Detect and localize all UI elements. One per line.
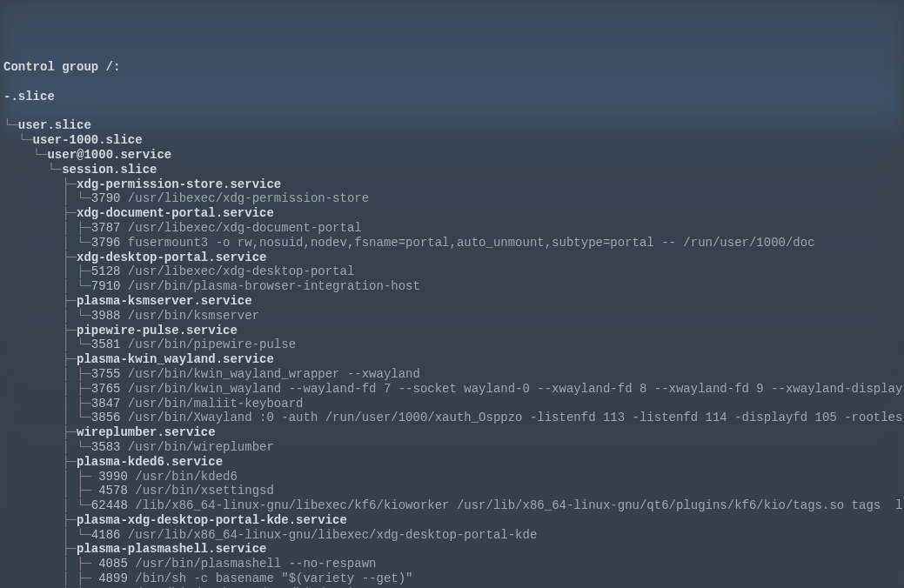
tree-process: │ └─7910 /usr/bin/plasma-browser-integra… — [3, 279, 901, 294]
tree-prefix: │ ├─ — [3, 470, 98, 484]
tree-prefix: │ ├─ — [3, 557, 98, 571]
tree-prefix: │ ├─ — [3, 382, 91, 396]
unit-name: wireplumber.service — [77, 425, 216, 439]
process-pid: 3988 — [91, 309, 121, 323]
unit-name: user-1000.slice — [33, 133, 143, 147]
process-cmd: /usr/bin/wireplumber — [128, 440, 274, 454]
tree-process: │ ├─ 4578 /usr/bin/xsettingsd — [3, 484, 901, 498]
root-slice: -.slice — [3, 90, 901, 104]
process-cmd: /usr/bin/Xwayland :0 -auth /run/user/100… — [128, 411, 903, 424]
tree-node: └─user@1000.service — [3, 148, 901, 163]
tree-node: └─user-1000.slice — [3, 133, 901, 148]
tree-prefix: │ ├─ — [3, 397, 91, 411]
tree-prefix: ├─ — [3, 352, 77, 366]
unit-name: plasma-ksmserver.service — [77, 294, 252, 308]
process-pid: 3755 — [91, 367, 121, 381]
process-cmd: /usr/libexec/xdg-desktop-portal — [128, 264, 354, 278]
tree-process: │ ├─3847 /usr/bin/maliit-keyboard — [3, 397, 901, 411]
tree-prefix: │ └─ — [3, 236, 91, 250]
process-pid: 3765 — [91, 382, 121, 396]
unit-name: session.slice — [62, 163, 157, 177]
tree-prefix: │ └─ — [3, 337, 91, 351]
unit-name: plasma-kwin_wayland.service — [77, 352, 274, 366]
tree-node: ├─plasma-kded6.service — [3, 455, 901, 470]
process-pid: 4085 — [98, 557, 128, 571]
tree-prefix: │ └─ — [3, 498, 91, 512]
tree-process: │ └─3581 /usr/bin/pipewire-pulse — [3, 337, 901, 352]
tree-prefix: │ └─ — [3, 191, 91, 205]
process-cmd: /usr/bin/kwin_wayland_wrapper --xwayland — [128, 367, 420, 381]
tree-node: ├─plasma-ksmserver.service — [3, 294, 901, 309]
tree-node: ├─wireplumber.service — [3, 425, 901, 440]
process-cmd: /lib/x86_64-linux-gnu/libexec/kf6/kiowor… — [135, 498, 902, 512]
tree-prefix: │ └─ — [3, 528, 91, 542]
unit-name: xdg-desktop-portal.service — [77, 251, 266, 264]
tree-node: └─user.slice — [3, 118, 901, 133]
tree-prefix: ├─ — [3, 542, 77, 556]
tree-node: ├─plasma-plasmashell.service — [3, 542, 901, 557]
process-pid: 4186 — [91, 528, 121, 542]
tree-prefix: ├─ — [3, 425, 77, 439]
process-cmd: /usr/bin/xsettingsd — [135, 484, 274, 498]
process-pid: 3847 — [91, 397, 121, 411]
process-pid: 3790 — [91, 191, 121, 205]
tree-process: │ └─3988 /usr/bin/ksmserver — [3, 309, 901, 324]
tree-node: ├─plasma-kwin_wayland.service — [3, 352, 901, 367]
process-pid: 4578 — [98, 484, 128, 498]
tree-process: │ └─3583 /usr/bin/wireplumber — [3, 440, 901, 455]
process-cmd: fusermount3 -o rw,nosuid,nodev,fsname=po… — [128, 236, 815, 250]
tree-prefix: │ ├─ — [3, 571, 98, 585]
process-pid: 3787 — [91, 221, 121, 235]
tree-process: │ ├─3765 /usr/bin/kwin_wayland --wayland… — [3, 382, 901, 397]
process-cmd: /bin/sh -c basename "$(variety --get)" — [135, 571, 412, 585]
tree-node: ├─xdg-desktop-portal.service — [3, 251, 901, 265]
unit-name: plasma-xdg-desktop-portal-kde.service — [77, 513, 347, 527]
tree-process: │ └─62448 /lib/x86_64-linux-gnu/libexec/… — [3, 498, 901, 513]
tree-prefix: │ └─ — [3, 411, 91, 424]
unit-name: user@1000.service — [47, 148, 171, 162]
tree-prefix: └─ — [3, 163, 62, 177]
tree-prefix: │ ├─ — [3, 264, 91, 278]
process-cmd: /usr/bin/kwin_wayland --wayland-fd 7 --s… — [128, 382, 903, 396]
tree-process: │ ├─5128 /usr/libexec/xdg-desktop-portal — [3, 264, 901, 279]
process-pid: 7910 — [91, 279, 121, 293]
process-pid: 3796 — [91, 236, 121, 250]
unit-name: user.slice — [18, 118, 91, 132]
tree-process: │ └─4186 /usr/lib/x86_64-linux-gnu/libex… — [3, 528, 901, 543]
tree-node: ├─xdg-document-portal.service — [3, 206, 901, 221]
tree-prefix: ├─ — [3, 324, 77, 337]
process-pid: 3856 — [91, 411, 121, 424]
unit-name: plasma-plasmashell.service — [77, 542, 266, 556]
process-pid: 3583 — [91, 440, 121, 454]
process-cmd: /usr/libexec/xdg-document-portal — [128, 221, 362, 235]
tree-process: │ ├─3787 /usr/libexec/xdg-document-porta… — [3, 221, 901, 236]
tree-prefix: ├─ — [3, 294, 77, 308]
tree-node: ├─pipewire-pulse.service — [3, 324, 901, 338]
tree-prefix: └─ — [3, 118, 18, 132]
tree-process: │ └─3790 /usr/libexec/xdg-permission-sto… — [3, 191, 901, 206]
tree-prefix: │ └─ — [3, 309, 91, 323]
cgroup-header: Control group /: — [3, 60, 901, 75]
tree-prefix: └─ — [3, 148, 47, 162]
tree-prefix: │ ├─ — [3, 221, 91, 235]
tree-process: │ ├─3755 /usr/bin/kwin_wayland_wrapper -… — [3, 367, 901, 382]
tree-prefix: ├─ — [3, 251, 77, 264]
process-pid: 62448 — [91, 498, 128, 512]
tree-process: │ └─3796 fusermount3 -o rw,nosuid,nodev,… — [3, 236, 901, 251]
tree-process: │ ├─ 4085 /usr/bin/plasmashell --no-resp… — [3, 557, 901, 571]
tree-prefix: │ ├─ — [3, 484, 98, 498]
process-cmd: /usr/bin/plasma-browser-integration-host — [128, 279, 420, 293]
process-cmd: /usr/bin/plasmashell --no-respawn — [135, 557, 376, 571]
tree-node: └─session.slice — [3, 163, 901, 177]
unit-name: xdg-document-portal.service — [77, 206, 274, 220]
process-cmd: /usr/bin/ksmserver — [128, 309, 259, 323]
process-pid: 3990 — [98, 470, 128, 484]
process-pid: 4899 — [98, 571, 128, 585]
unit-name: xdg-permission-store.service — [77, 177, 281, 191]
cgroup-tree: └─user.slice └─user-1000.slice └─user@10… — [3, 118, 901, 588]
tree-prefix: ├─ — [3, 177, 77, 191]
process-cmd: /usr/libexec/xdg-permission-store — [128, 191, 369, 205]
process-cmd: /usr/lib/x86_64-linux-gnu/libexec/xdg-de… — [128, 528, 537, 542]
tree-prefix: │ └─ — [3, 440, 91, 454]
process-pid: 5128 — [91, 264, 121, 278]
